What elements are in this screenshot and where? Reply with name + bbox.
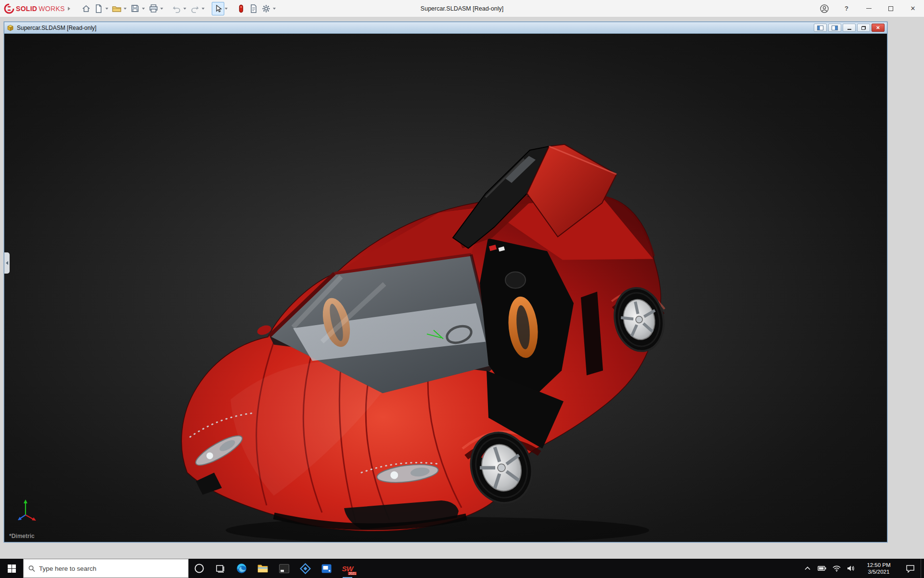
wifi-icon	[833, 565, 841, 572]
maximize-icon	[888, 6, 893, 11]
minimize-button[interactable]	[858, 0, 880, 17]
blue-window-app-button[interactable]	[316, 559, 337, 578]
file-properties-button[interactable]	[247, 2, 260, 15]
new-dropdown-caret-icon[interactable]	[105, 8, 108, 10]
search-input[interactable]	[39, 565, 183, 572]
titlebar-right-controls: ? ✕	[813, 0, 924, 17]
notification-bubble-icon	[906, 565, 915, 573]
solidworks-brand: SOLIDWORKS	[4, 3, 65, 14]
pane-right-button[interactable]	[828, 24, 841, 32]
close-icon: ✕	[911, 5, 916, 12]
reference-triad	[16, 498, 38, 523]
dassault-3ds-logo-icon	[4, 3, 14, 14]
child-minimize-button[interactable]	[843, 24, 856, 32]
task-view-icon	[216, 564, 225, 573]
edge-icon	[236, 563, 247, 574]
graphics-viewport[interactable]: *Dimetric	[4, 34, 887, 542]
redo-button[interactable]	[189, 2, 201, 15]
options-button[interactable]	[260, 2, 272, 15]
solidworks-year-badge: 2021	[348, 572, 357, 575]
window-document-title: Supercar.SLDASM [Read-only]	[421, 0, 503, 17]
windows-logo-icon	[8, 565, 16, 573]
home-icon	[81, 4, 91, 13]
dark-app-icon	[279, 563, 290, 574]
undo-icon	[172, 4, 181, 13]
child-restore-icon	[861, 26, 866, 30]
document-child-window: Supercar.SLDASM [Read-only]	[4, 22, 887, 542]
tray-overflow-button[interactable]	[800, 559, 815, 578]
dark-app-button[interactable]	[273, 559, 295, 578]
close-button[interactable]: ✕	[902, 0, 924, 17]
rebuild-button[interactable]	[235, 2, 247, 15]
select-tool-button[interactable]	[212, 2, 224, 15]
undo-dropdown-caret-icon[interactable]	[183, 8, 186, 10]
child-window-controls: ✕	[814, 24, 885, 32]
taskbar-clock[interactable]: 12:50 PM 3/5/2021	[858, 559, 899, 578]
screen: SOLIDWORKS	[0, 0, 924, 578]
print-dropdown-caret-icon[interactable]	[160, 8, 163, 10]
child-close-button[interactable]: ✕	[872, 24, 885, 32]
split-pane-left-icon	[817, 26, 823, 30]
blue-diamond-app-button[interactable]	[295, 559, 316, 578]
help-icon: ?	[845, 5, 848, 12]
mdi-workspace: Supercar.SLDASM [Read-only]	[0, 17, 924, 559]
cortana-icon	[194, 563, 205, 574]
file-explorer-icon	[257, 563, 269, 574]
new-document-button[interactable]	[92, 2, 105, 15]
blue-diamond-app-icon	[300, 563, 311, 574]
start-button[interactable]	[0, 559, 23, 578]
volume-button[interactable]	[844, 559, 858, 578]
brand-works-text: WORKS	[38, 5, 64, 13]
child-restore-button[interactable]	[857, 24, 870, 32]
gear-icon	[261, 4, 271, 13]
redo-icon	[190, 4, 200, 13]
seat-headrest	[505, 272, 526, 289]
task-view-button[interactable]	[210, 559, 231, 578]
options-dropdown-caret-icon[interactable]	[273, 8, 276, 10]
print-icon	[149, 4, 158, 13]
undo-button[interactable]	[170, 2, 183, 15]
main-titlebar: SOLIDWORKS	[0, 0, 924, 17]
edge-button[interactable]	[231, 559, 252, 578]
save-icon	[130, 4, 140, 13]
rebuild-stoplight-icon	[238, 4, 244, 13]
taskbar-search[interactable]	[23, 559, 189, 578]
child-window-titlebar[interactable]: Supercar.SLDASM [Read-only]	[4, 22, 887, 34]
speaker-icon	[847, 565, 855, 572]
account-button[interactable]	[813, 0, 835, 17]
action-center-button[interactable]	[899, 559, 921, 578]
menu-expand-arrow-icon[interactable]	[68, 7, 70, 11]
open-button[interactable]	[111, 2, 123, 15]
brand-solid-text: SOLID	[16, 5, 37, 13]
print-button[interactable]	[147, 2, 160, 15]
help-button[interactable]: ?	[835, 0, 858, 17]
select-dropdown-caret-icon[interactable]	[225, 8, 228, 10]
triad-y-axis-icon	[24, 499, 27, 503]
child-window-title: Supercar.SLDASM [Read-only]	[17, 25, 96, 31]
cortana-button[interactable]	[189, 559, 210, 578]
featuremanager-collapsed-tab[interactable]	[4, 252, 10, 274]
open-dropdown-caret-icon[interactable]	[124, 8, 127, 10]
child-minimize-icon	[847, 29, 851, 30]
show-desktop-strip[interactable]	[921, 559, 924, 578]
solidworks-taskbar-button[interactable]: SW 2021	[337, 559, 358, 578]
supercar-3d-model[interactable]	[4, 34, 887, 542]
network-button[interactable]	[829, 559, 844, 578]
split-pane-right-icon	[832, 26, 838, 30]
maximize-button[interactable]	[880, 0, 902, 17]
battery-button[interactable]	[815, 559, 829, 578]
redo-dropdown-caret-icon[interactable]	[202, 8, 205, 10]
windows-taskbar: SW 2021	[0, 559, 924, 578]
view-orientation-label: *Dimetric	[9, 533, 35, 539]
save-dropdown-caret-icon[interactable]	[142, 8, 145, 10]
battery-icon	[818, 566, 826, 571]
solidworks-letters: SW	[342, 565, 353, 573]
clock-time: 12:50 PM	[867, 562, 890, 568]
file-explorer-button[interactable]	[252, 559, 273, 578]
pane-left-button[interactable]	[814, 24, 827, 32]
save-button[interactable]	[129, 2, 141, 15]
home-button[interactable]	[80, 2, 92, 15]
file-properties-icon	[249, 4, 258, 13]
solidworks-app-icon: SW 2021	[340, 562, 355, 575]
user-account-icon	[820, 4, 829, 13]
